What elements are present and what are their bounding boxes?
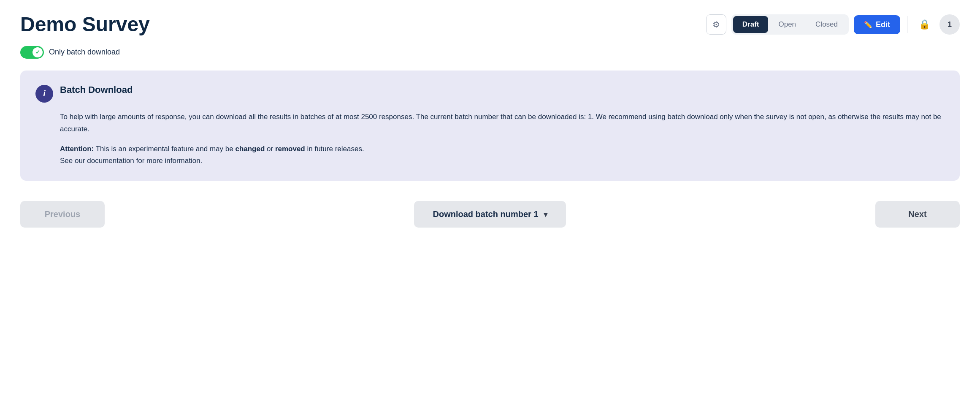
lock-button[interactable]: 🔒 [914,14,934,35]
lock-icon: 🔒 [919,19,930,30]
info-icon: i [35,85,53,103]
tab-draft[interactable]: Draft [733,16,769,33]
toggle-label: Only batch download [49,48,120,57]
edit-button[interactable]: ✏️ Edit [854,15,900,34]
info-attention: Attention: This is an experimental featu… [60,143,945,168]
user-badge[interactable]: 1 [939,14,960,35]
gear-button[interactable]: ⚙ [706,14,726,35]
status-tabs: Draft Open Closed [731,14,849,35]
batch-download-info-box: i Batch Download To help with large amou… [20,71,960,181]
header-controls: ⚙ Draft Open Closed ✏️ Edit 🔒 1 [706,14,960,35]
page-title: Demo Survey [20,14,150,36]
attention-changed: changed [235,145,265,153]
tab-closed[interactable]: Closed [806,16,847,33]
toggle-check-icon: ✓ [35,49,40,55]
attention-removed: removed [275,145,305,153]
info-paragraph-1: To help with large amounts of response, … [60,111,945,136]
edit-icon: ✏️ [864,21,872,29]
next-button[interactable]: Next [875,201,960,228]
only-batch-download-toggle[interactable]: ✓ [20,46,44,59]
download-batch-button[interactable]: Download batch number 1 ▾ [414,201,566,228]
footer-actions: Previous Download batch number 1 ▾ Next [20,201,960,228]
tab-open[interactable]: Open [769,16,805,33]
toggle-row: ✓ Only batch download [20,46,960,59]
attention-prefix: Attention: [60,145,94,153]
info-title: Batch Download [60,84,133,96]
info-header: i Batch Download [35,84,945,103]
page-header: Demo Survey ⚙ Draft Open Closed ✏️ Edit … [20,14,960,36]
chevron-down-icon: ▾ [544,210,547,219]
previous-button[interactable]: Previous [20,201,105,228]
gear-icon: ⚙ [712,19,720,30]
vertical-divider [907,16,907,33]
info-body: To help with large amounts of response, … [35,111,945,168]
